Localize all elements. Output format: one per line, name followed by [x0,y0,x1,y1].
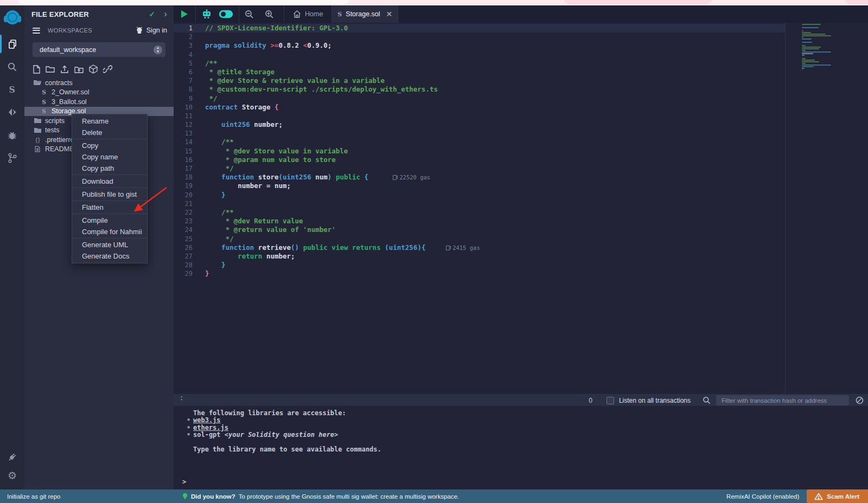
editor-minimap[interactable] [802,24,832,71]
context-menu-item-compile-for-nahmii[interactable]: Compile for Nahmii [72,226,147,237]
context-menu-item-copy-name[interactable]: Copy name [72,151,147,163]
menu-divider [72,201,147,201]
icon-sidebar: S [0,5,24,489]
toggle-on-icon [219,10,233,18]
cube-icon[interactable] [89,65,98,74]
transaction-filter-input[interactable] [716,395,849,405]
main-area: Home S Storage.sol ✕ 1// SPDX-License-Id… [174,5,868,489]
terminal-toolbar: ˆˆ 0 Listen on all transactions [174,395,868,406]
solidity-file-icon: S [337,11,342,18]
code-line: 20 } [174,191,785,199]
solidity-icon: S [40,108,48,114]
copilot-status[interactable]: RemixAI Copilot (enabled) [726,493,799,500]
sidebar-git-icon[interactable] [0,150,24,166]
init-git-repo-button[interactable]: Initialize as git repo [7,493,60,500]
gas-estimate: 22520 gas [399,174,430,180]
context-menu-item-copy[interactable]: Copy [72,140,147,151]
context-menu-item-delete[interactable]: Delete [72,127,147,138]
tab-storage-sol[interactable]: S Storage.sol ✕ [332,5,398,23]
browser-remnant-pill [18,0,349,4]
folder-open-icon [34,80,41,86]
status-bar: Initialize as git repo Did you know? To … [0,489,868,503]
code-line: 15 * @dev Store value in variable [174,147,785,156]
ai-copilot-robot-button[interactable] [196,5,218,23]
editor-toolbar: Home S Storage.sol ✕ [174,5,868,23]
sidebar-plugin-manager-icon[interactable] [0,451,24,463]
code-line: 2 [174,33,785,41]
context-menu-item-generate-docs[interactable]: Generate Docs [72,250,147,262]
terminal-search-icon[interactable] [703,396,711,404]
context-menu-item-copy-path[interactable]: Copy path [72,163,147,174]
remix-logo-icon[interactable] [0,7,24,33]
code-editor[interactable]: 1// SPDX-License-Identifier: GPL-3.023pr… [174,23,868,394]
zoom-in-button[interactable] [259,5,279,23]
braces-icon: { } [34,137,41,143]
tree-item-3-ballot-sol[interactable]: S3_Ballot.sol [24,97,174,107]
listen-transactions-checkbox[interactable] [607,397,614,404]
tree-item-contracts[interactable]: contracts [24,78,174,88]
workspace-select[interactable]: default_workspace ▲▼ [33,42,165,57]
close-tab-icon[interactable]: ✕ [386,10,393,18]
workspace-select-arrows-icon: ▲▼ [154,46,162,54]
clear-console-icon[interactable] [856,396,864,404]
zoom-out-button[interactable] [239,5,259,23]
terminal-link-web3-js[interactable]: web3.js [193,416,221,424]
code-line: 1// SPDX-License-Identifier: GPL-3.0 [174,24,785,33]
folder-icon [34,118,41,124]
code-line: 22 /** [174,208,785,217]
menu-divider [72,238,147,238]
file-icon [34,146,41,152]
upload-folder-icon[interactable] [74,65,84,74]
code-line: 16 * @param num value to store [174,156,785,164]
sidebar-deploy-run-icon[interactable] [0,104,24,120]
terminal-output[interactable]: The following libraries are accessible:•… [174,406,868,489]
upload-file-icon[interactable] [60,65,69,74]
context-menu-item-compile[interactable]: Compile [72,215,147,226]
new-folder-icon[interactable] [46,65,55,73]
code-line: 6 * @title Storage [174,68,785,76]
sidebar-file-explorer-icon[interactable] [0,36,24,52]
sign-in-button[interactable]: Sign in [135,27,167,34]
code-line: 19 number = num; [174,182,785,190]
context-menu-item-rename[interactable]: Rename [72,115,147,127]
context-menu-item-generate-uml[interactable]: Generate UML [72,239,147,250]
context-menu-item-download[interactable]: Download [72,176,147,187]
code-line: 13 [174,129,785,138]
terminal-line: •web3.js [193,417,868,424]
home-icon [293,10,301,18]
panel-title: FILE EXPLORER [31,10,149,18]
menu-divider [72,139,147,139]
scam-alert-button[interactable]: Scam Alert [807,489,868,503]
play-icon [181,10,188,18]
tree-item-2-owner-sol[interactable]: S2_Owner.sol [24,88,174,98]
terminal-prompt[interactable]: > [182,478,186,486]
browser-remnant-pill [845,0,868,4]
sidebar-search-icon[interactable] [0,59,24,75]
tab-home[interactable]: Home [284,5,331,23]
browser-remnant-pill [564,0,712,4]
code-line: 25 */ [174,235,785,243]
sidebar-solidity-compiler-icon[interactable]: S [0,81,24,98]
chevron-right-icon[interactable]: › [164,10,167,18]
sidebar-debugger-icon[interactable] [0,127,24,143]
context-menu-item-flatten[interactable]: Flatten [72,202,147,213]
terminal-line [193,439,868,446]
terminal-link-ethers-js[interactable]: ethers.js [193,424,228,431]
link-icon[interactable] [103,65,112,73]
copilot-toggle[interactable] [218,5,239,23]
solidity-icon: S [40,89,48,95]
terminal-line: The following libraries are accessible: [193,410,868,417]
code-line: 9 */ [174,94,785,103]
run-script-button[interactable] [174,5,195,23]
sidebar-settings-icon[interactable]: ⚙ [0,470,24,481]
menu-divider [72,214,147,214]
workspaces-menu-icon[interactable] [33,26,40,35]
expand-terminal-icon[interactable]: ˆˆ [181,398,182,403]
new-file-icon[interactable] [33,65,40,74]
code-line: 27 return number; [174,252,785,261]
context-menu-item-publish-file-to-gist[interactable]: Publish file to gist [72,189,147,200]
code-line: 26 function retrieve() public view retur… [174,243,785,252]
listen-transactions-label: Listen on all transactions [619,397,691,404]
robot-icon [201,9,212,19]
github-icon [135,27,144,34]
